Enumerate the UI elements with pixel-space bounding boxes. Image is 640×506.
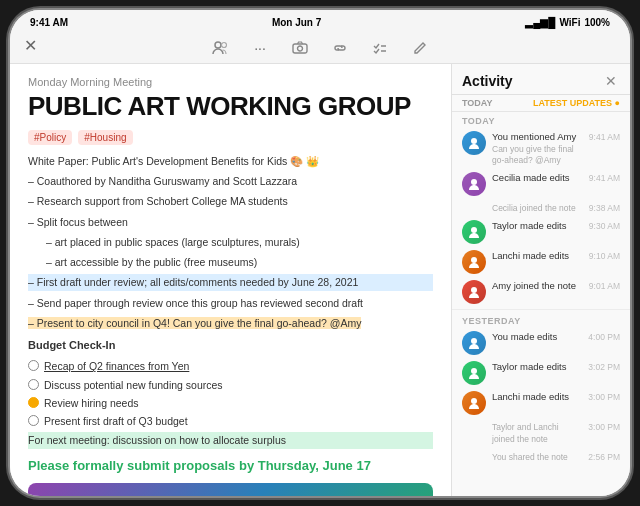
activity-tabs: TODAY LATEST UPDATES ● [452, 95, 630, 112]
avatar-taylor-2 [462, 220, 486, 244]
activity-item-main-1: Cecilia made edits [492, 172, 583, 184]
activity-item-sub-y3: Taylor and Lanchi joined the note [492, 422, 582, 444]
avatar-lanchi-y2 [462, 391, 486, 415]
edit-icon[interactable] [409, 37, 431, 59]
avatar-you-y0 [462, 331, 486, 355]
camera-icon[interactable] [289, 37, 311, 59]
activity-item-main-y0: You made edits [492, 331, 582, 343]
activity-panel: Activity ✕ TODAY LATEST UPDATES ● TODAY … [452, 64, 630, 496]
activity-item-time-0: 9:41 AM [589, 132, 620, 142]
tab-today[interactable]: TODAY [462, 98, 493, 108]
svg-point-9 [471, 227, 477, 233]
budget-label: Budget Check-In [28, 337, 433, 354]
activity-item-y3: Taylor and Lanchi joined the note 3:00 P… [452, 418, 630, 447]
indent1-line: – art placed in public spaces (large scu… [28, 234, 433, 250]
tag-policy[interactable]: #Policy [28, 130, 72, 145]
svg-point-11 [471, 287, 477, 293]
divider [452, 309, 630, 310]
present-line: – Present to city council in Q4! Can you… [28, 315, 433, 331]
budget-item-4: Present first draft of Q3 budget [28, 413, 433, 429]
toolbar: ✕ ··· [10, 32, 630, 64]
next-meeting-line: For next meeting: discussion on how to a… [28, 432, 433, 448]
avatar-you-0 [462, 131, 486, 155]
activity-item-y2: Lanchi made edits 3:00 PM [452, 388, 630, 418]
activity-item-time-amy: 9:01 AM [589, 281, 620, 291]
activity-item-content-cecilia-joined: Cecilia joined the note [492, 202, 583, 214]
activity-item-main-y1: Taylor made edits [492, 361, 582, 373]
white-paper-line: White Paper: Public Art's Development Be… [28, 153, 433, 169]
dots-icon[interactable]: ··· [249, 37, 271, 59]
activity-item-time-1: 9:41 AM [589, 173, 620, 183]
status-time: 9:41 AM [30, 17, 68, 28]
activity-header: Activity ✕ [452, 64, 630, 95]
activity-item-content-1: Cecilia made edits [492, 172, 583, 184]
send-paper-line: – Send paper through review once this gr… [28, 295, 433, 311]
battery-icon: 100% [584, 17, 610, 28]
activity-item-time-y1: 3:02 PM [588, 362, 620, 372]
tab-latest-updates[interactable]: LATEST UPDATES ● [533, 98, 620, 108]
activity-item-time-y3: 3:00 PM [588, 422, 620, 432]
checklist-icon[interactable] [369, 37, 391, 59]
svg-point-13 [471, 368, 477, 374]
svg-point-12 [471, 338, 477, 344]
activity-item-y4: You shared the note 2:56 PM [452, 448, 630, 466]
activity-item-sub-0: Can you give the final go-ahead? @Amy [492, 144, 583, 166]
activity-item-content-y0: You made edits [492, 331, 582, 343]
checkbox-2[interactable] [28, 379, 39, 390]
link-icon[interactable] [329, 37, 351, 59]
activity-item-2: Taylor made edits 9:30 AM [452, 217, 630, 247]
research-line: – Research support from Schobert College… [28, 193, 433, 209]
activity-item-amy: Amy joined the note 9:01 AM [452, 277, 630, 307]
budget-item-3: Review hiring needs [28, 395, 433, 411]
activity-item-content-y4: You shared the note [492, 451, 582, 463]
activity-item-time-cecilia-joined: 9:38 AM [589, 203, 620, 213]
device-frame: 9:41 AM Mon Jun 7 ▂▄▆█ WiFi 100% ✕ ··· [10, 10, 630, 496]
tag-housing[interactable]: #Housing [78, 130, 132, 145]
status-date: Mon Jun 7 [272, 17, 321, 28]
checkbox-4[interactable] [28, 415, 39, 426]
photo-placeholder [28, 483, 433, 496]
note-body: White Paper: Public Art's Development Be… [28, 153, 433, 496]
activity-item-content-3: Lanchi made edits [492, 250, 583, 262]
split-line: – Split focus between [28, 214, 433, 230]
formal-text: Please formally submit proposals by Thur… [28, 457, 433, 475]
note-area[interactable]: Monday Morning Meeting PUBLIC ART WORKIN… [10, 64, 452, 496]
checkbox-3[interactable] [28, 397, 39, 408]
people-icon[interactable] [209, 37, 231, 59]
activity-item-main-3: Lanchi made edits [492, 250, 583, 262]
note-date: Monday Morning Meeting [28, 76, 433, 88]
activity-item-3: Lanchi made edits 9:10 AM [452, 247, 630, 277]
signal-icon: ▂▄▆█ [525, 17, 555, 28]
draft-line: – First draft under review; all edits/co… [28, 274, 433, 290]
activity-item-sub-y4: You shared the note [492, 452, 582, 463]
activity-item-time-y4: 2:56 PM [588, 452, 620, 462]
back-button[interactable]: ✕ [24, 36, 37, 55]
svg-point-1 [222, 42, 227, 47]
avatar-lanchi-3 [462, 250, 486, 274]
main-content: Monday Morning Meeting PUBLIC ART WORKIN… [10, 64, 630, 496]
note-title: PUBLIC ART WORKING GROUP [28, 92, 433, 122]
checkbox-1[interactable] [28, 360, 39, 371]
authors-line: – Coauthored by Nanditha Guruswamy and S… [28, 173, 433, 189]
close-button[interactable]: ✕ [602, 72, 620, 90]
svg-point-7 [471, 138, 477, 144]
section-today: TODAY [452, 112, 630, 128]
budget-item-2: Discuss potential new funding sources [28, 377, 433, 393]
activity-item-main-y2: Lanchi made edits [492, 391, 582, 403]
activity-item-content-y2: Lanchi made edits [492, 391, 582, 403]
svg-point-14 [471, 398, 477, 404]
status-right: ▂▄▆█ WiFi 100% [525, 17, 610, 28]
activity-item-main-amy: Amy joined the note [492, 280, 583, 292]
activity-item-y1: Taylor made edits 3:02 PM [452, 358, 630, 388]
activity-item-content-0: You mentioned Amy Can you give the final… [492, 131, 583, 166]
status-bar: 9:41 AM Mon Jun 7 ▂▄▆█ WiFi 100% [10, 10, 630, 32]
wifi-icon: WiFi [559, 17, 580, 28]
activity-item-time-y2: 3:00 PM [588, 392, 620, 402]
activity-item-y0: You made edits 4:00 PM [452, 328, 630, 358]
svg-point-3 [298, 46, 303, 51]
activity-item-content-y1: Taylor made edits [492, 361, 582, 373]
activity-item-content-amy: Amy joined the note [492, 280, 583, 292]
activity-item-time-y0: 4:00 PM [588, 332, 620, 342]
svg-point-8 [471, 179, 477, 185]
activity-item-main-2: Taylor made edits [492, 220, 583, 232]
